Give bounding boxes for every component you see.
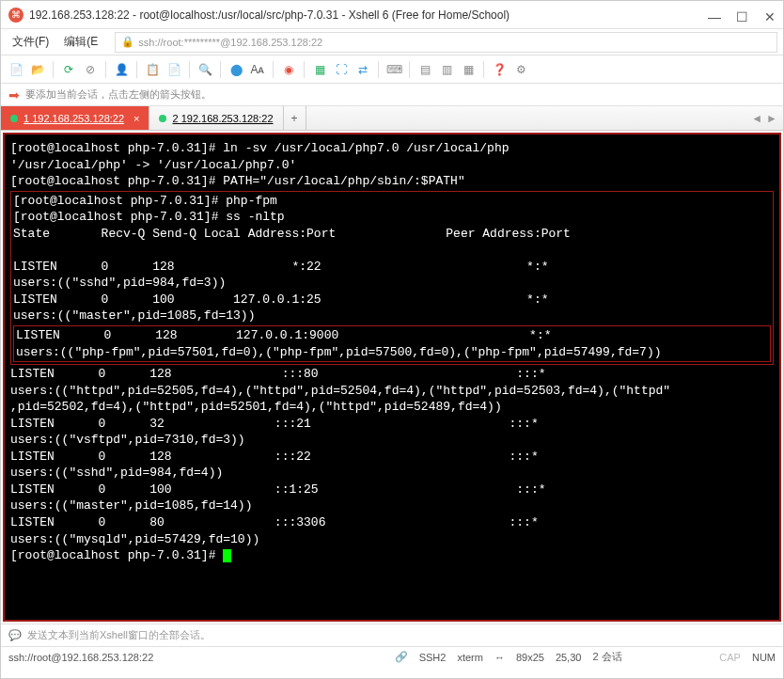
send-text: 发送文本到当前Xshell窗口的全部会话。	[27, 628, 211, 642]
terminal-line: users:(("php-fpm",pid=57501,fd=0),("php-…	[16, 345, 662, 359]
terminal-line: [root@localhost php-7.0.31]# ln -sv /usr…	[10, 141, 510, 155]
link-icon: 🔗	[395, 651, 408, 663]
grid-icon[interactable]: ▦	[459, 60, 478, 79]
app-icon: ⌘	[8, 8, 24, 23]
close-tab-icon[interactable]: ×	[133, 113, 139, 124]
highlight-box-top: [root@localhost php-7.0.31]# php-fpm [ro…	[10, 191, 774, 365]
terminal-line: users:(("mysqld",pid=57429,fd=10))	[10, 532, 259, 546]
status-sessions: 2 会话	[592, 650, 621, 664]
separator	[483, 61, 484, 78]
terminal-line: [root@localhost php-7.0.31]# PATH="/usr/…	[10, 174, 465, 188]
window-controls: — ☐ ✕	[708, 9, 776, 21]
address-bar[interactable]: 🔒 ssh://root:*********@192.168.253.128:2…	[115, 32, 777, 53]
status-num: NUM	[752, 652, 776, 663]
keyboard-icon[interactable]: ⌨	[384, 60, 403, 79]
size-icon: ↔	[494, 652, 505, 663]
layout-icon[interactable]: ▦	[310, 60, 329, 79]
terminal-line: [root@localhost php-7.0.31]#	[10, 548, 223, 562]
status-connection: ssh://root@192.168.253.128:22	[8, 652, 384, 663]
terminal-line: [root@localhost php-7.0.31]# ss -nltp	[13, 210, 285, 224]
separator	[304, 61, 305, 78]
separator	[136, 61, 137, 78]
status-position: 25,30	[556, 652, 582, 663]
terminal-line: LISTEN 0 128 *:22 *:*	[13, 260, 549, 274]
reconnect-icon[interactable]: ⟳	[59, 60, 78, 79]
terminal-line: LISTEN 0 80 :::3306 :::*	[10, 515, 539, 529]
hint-text: 要添加当前会话，点击左侧的箭头按钮。	[25, 87, 212, 102]
menu-file[interactable]: 文件(F)	[7, 32, 55, 52]
separator	[220, 61, 221, 78]
separator	[273, 61, 274, 78]
send-bar[interactable]: 💬 发送文本到当前Xshell窗口的全部会话。	[1, 624, 783, 646]
terminal-line: LISTEN 0 128 :::80 :::*	[10, 367, 546, 381]
sync-icon[interactable]: ⇄	[353, 60, 372, 79]
terminal-line: users:(("vsftpd",pid=7310,fd=3))	[10, 433, 245, 447]
disconnect-icon[interactable]: ⊘	[81, 60, 100, 79]
new-session-icon[interactable]: 📄	[7, 60, 25, 79]
tab-label: 1 192.168.253.128:22	[24, 113, 124, 124]
arrow-icon[interactable]: ➡	[8, 87, 20, 103]
tiles-icon[interactable]: ▤	[416, 60, 434, 79]
terminal-line: users:(("master",pid=1085,fd=13))	[13, 308, 255, 323]
close-button[interactable]: ✕	[764, 9, 776, 21]
menu-edit[interactable]: 编辑(E	[58, 32, 103, 52]
terminal-line: LISTEN 0 100 127.0.0.1:25 *:*	[13, 292, 549, 307]
help-icon[interactable]: ❓	[490, 60, 509, 79]
separator	[189, 61, 190, 78]
terminal-line: '/usr/local/php' -> '/usr/local/php7.0'	[10, 158, 296, 172]
separator	[378, 61, 379, 78]
tab-bar: 1 192.168.253.128:22 × 2 192.168.253.128…	[1, 106, 783, 131]
separator	[105, 61, 106, 78]
status-size: 89x25	[516, 652, 544, 663]
terminal-line: LISTEN 0 128 :::22 :::*	[10, 450, 539, 464]
status-bar: ssh://root@192.168.253.128:22 🔗 SSH2 xte…	[1, 646, 783, 667]
terminal-line: users:(("httpd",pid=52505,fd=4),("httpd"…	[10, 384, 670, 398]
titlebar: ⌘ 192.168.253.128:22 - root@localhost:/u…	[1, 1, 783, 29]
terminal-line: users:(("master",pid=1085,fd=14))	[10, 498, 252, 513]
toolbar: 📄 📂 ⟳ ⊘ 👤 📋 📄 🔍 ⬤ Aᴀ ◉ ▦ ⛶ ⇄ ⌨ ▤ ▥ ▦ ❓ ⚙	[1, 55, 783, 84]
tab-session-2[interactable]: 2 192.168.253.128:22	[149, 106, 283, 130]
status-dot-icon	[159, 115, 166, 122]
color-icon[interactable]: ⬤	[227, 60, 245, 79]
hint-bar: ➡ 要添加当前会话，点击左侧的箭头按钮。	[1, 84, 783, 106]
terminal-line: LISTEN 0 128 127.0.0.1:9000 *:*	[16, 328, 552, 342]
lock-icon: 🔒	[121, 36, 134, 48]
separator	[53, 61, 54, 78]
font-icon[interactable]: Aᴀ	[248, 60, 267, 79]
separator	[409, 61, 410, 78]
chat-icon: 💬	[8, 629, 22, 641]
fullscreen-icon[interactable]: ⛶	[332, 60, 351, 79]
menubar: 文件(F) 编辑(E 🔒 ssh://root:*********@192.16…	[1, 29, 783, 55]
options-icon[interactable]: ⚙	[511, 60, 530, 79]
paste-icon[interactable]: 📄	[165, 60, 183, 79]
terminal-output[interactable]: [root@localhost php-7.0.31]# ln -sv /usr…	[3, 133, 781, 622]
terminal-line: ,pid=52502,fd=4),("httpd",pid=52501,fd=4…	[10, 400, 502, 414]
terminal-line: users:(("sshd",pid=984,fd=4))	[10, 466, 223, 480]
terminal-line: users:(("sshd",pid=984,fd=3))	[13, 276, 226, 290]
cursor	[223, 549, 231, 562]
minimize-button[interactable]: —	[708, 9, 719, 21]
terminal-line: LISTEN 0 100 ::1:25 :::*	[10, 482, 546, 497]
tab-label: 2 192.168.253.128:22	[172, 113, 273, 124]
status-cap: CAP	[719, 652, 741, 663]
add-tab-button[interactable]: +	[284, 106, 306, 130]
profile-icon[interactable]: 👤	[112, 60, 131, 79]
copy-icon[interactable]: 📋	[143, 60, 162, 79]
find-icon[interactable]: 🔍	[196, 60, 214, 79]
tab-prev-icon[interactable]: ◄	[751, 112, 762, 125]
open-icon[interactable]: 📂	[28, 60, 47, 79]
cascade-icon[interactable]: ▥	[437, 60, 456, 79]
status-protocol: SSH2	[419, 652, 447, 663]
app-badge-icon[interactable]: ◉	[279, 60, 298, 79]
terminal-line: State Recv-Q Send-Q Local Address:Port P…	[13, 227, 571, 241]
terminal-line: LISTEN 0 32 :::21 :::*	[10, 417, 539, 431]
tab-navigation: ◄ ►	[745, 106, 783, 130]
highlight-box-phpfpm: LISTEN 0 128 127.0.0.1:9000 *:* users:((…	[13, 325, 771, 362]
tab-session-1[interactable]: 1 192.168.253.128:22 ×	[1, 106, 149, 130]
address-text: ssh://root:*********@192.168.253.128:22	[138, 37, 322, 48]
maximize-button[interactable]: ☐	[736, 9, 747, 21]
status-dot-icon	[10, 115, 18, 122]
terminal-line: [root@localhost php-7.0.31]# php-fpm	[13, 194, 277, 208]
window-title: 192.168.253.128:22 - root@localhost:/usr…	[29, 8, 708, 22]
tab-next-icon[interactable]: ►	[766, 112, 777, 125]
